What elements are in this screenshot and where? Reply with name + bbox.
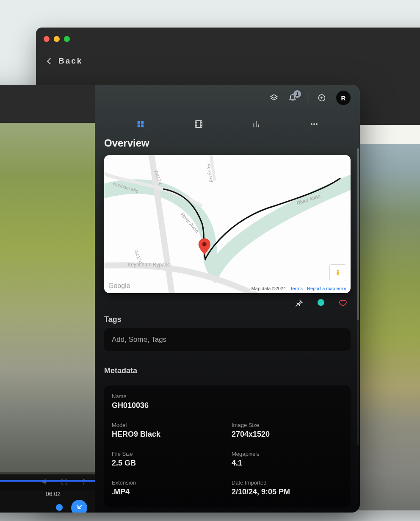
back-toolbar: Back xyxy=(36,44,420,78)
meta-model-value: HERO9 Black xyxy=(112,430,223,439)
add-icon[interactable] xyxy=(318,94,326,102)
more-icon xyxy=(309,119,319,129)
avatar[interactable]: R xyxy=(336,91,351,105)
meta-model-label: Model xyxy=(112,422,223,428)
tab-stats[interactable] xyxy=(250,118,262,130)
inspector-panel: 1 R Overview xyxy=(95,85,360,513)
map-data-label: Map data ©2024 xyxy=(251,286,286,291)
notification-badge: 1 xyxy=(293,90,301,98)
film-icon xyxy=(193,119,204,129)
map-attribution: Map data ©2024 Terms Report a map error xyxy=(250,285,348,291)
meta-image-size-value: 2704x1520 xyxy=(232,430,343,439)
divider xyxy=(307,93,307,103)
meta-name-value: GH010036 xyxy=(112,401,343,410)
svg-point-7 xyxy=(316,123,318,125)
svg-rect-10 xyxy=(337,272,339,275)
map-report-link[interactable]: Report a map error xyxy=(307,286,346,291)
panel-scrollbar[interactable] xyxy=(357,148,359,445)
meta-file-size-value: 2.5 GB xyxy=(112,459,223,468)
tab-more[interactable] xyxy=(308,118,321,130)
bars-icon xyxy=(251,119,261,129)
window-close-button[interactable] xyxy=(44,36,50,42)
window-maximize-button[interactable] xyxy=(64,36,70,42)
cut-button[interactable] xyxy=(71,500,87,513)
notifications-icon[interactable]: 1 xyxy=(288,94,297,102)
meta-image-size: Image Size 2704x1520 xyxy=(232,422,343,439)
chevron-left-icon xyxy=(48,56,52,66)
pin-icon[interactable] xyxy=(295,299,303,308)
window-traffic-lights xyxy=(44,36,70,42)
layers-icon[interactable] xyxy=(270,94,278,102)
video-frame[interactable] xyxy=(0,123,95,474)
metadata-heading: Metadata xyxy=(95,362,360,380)
meta-extension-value: .MP4 xyxy=(112,488,223,496)
svg-point-6 xyxy=(313,123,315,125)
tags-heading: Tags xyxy=(95,311,360,328)
meta-extension: Extension .MP4 xyxy=(112,479,223,496)
meta-file-size: File Size 2.5 GB xyxy=(112,451,223,468)
map-preview[interactable]: A4174 A4174 Hanham Mls Ferry Rd Keynsham… xyxy=(104,155,351,293)
timeline-time: 06:02 xyxy=(46,491,61,497)
meta-megapixels-value: 4.1 xyxy=(232,459,343,468)
meta-date-imported-value: 2/10/24, 9:05 PM xyxy=(232,488,343,496)
meta-name-label: Name xyxy=(112,393,343,399)
map-road-label: Keynsham Bypass xyxy=(127,262,170,268)
meta-megapixels: Megapixels 4.1 xyxy=(232,451,343,468)
avatar-initial: R xyxy=(341,94,346,102)
panel-top-actions: 1 R xyxy=(95,85,360,111)
heart-icon[interactable] xyxy=(339,299,347,308)
meta-extension-label: Extension xyxy=(112,479,223,486)
window-minimize-button[interactable] xyxy=(54,36,60,42)
grid-icon xyxy=(136,119,145,129)
back-button[interactable]: Back xyxy=(48,56,83,66)
quick-actions xyxy=(95,293,360,311)
tab-clip[interactable] xyxy=(192,118,205,130)
meta-file-size-label: File Size xyxy=(112,451,223,457)
back-label: Back xyxy=(58,56,83,66)
timeline-marker[interactable] xyxy=(56,504,63,511)
meta-megapixels-label: Megapixels xyxy=(232,451,343,457)
pegman-button[interactable] xyxy=(329,264,346,281)
inspector-window: 06:02 1 R xyxy=(0,85,360,513)
svg-point-9 xyxy=(337,270,339,272)
svg-point-8 xyxy=(202,242,207,247)
svg-point-5 xyxy=(311,123,312,125)
map-canvas: A4174 A4174 Hanham Mls Ferry Rd Keynsham… xyxy=(104,155,351,293)
meta-image-size-label: Image Size xyxy=(232,422,343,428)
meta-date-imported-label: Date Imported xyxy=(232,479,343,486)
meta-name: Name GH010036 xyxy=(112,393,343,418)
overview-title: Overview xyxy=(95,137,360,155)
timeline-progress[interactable] xyxy=(0,480,95,482)
video-timeline[interactable]: 06:02 xyxy=(0,479,95,513)
tags-input-wrapper[interactable] xyxy=(104,328,351,351)
video-title-area xyxy=(0,85,95,123)
map-logo: Google xyxy=(108,282,130,290)
tab-overview[interactable] xyxy=(134,118,147,130)
color-tag-dot[interactable] xyxy=(318,299,324,306)
meta-date-imported: Date Imported 2/10/24, 9:05 PM xyxy=(232,479,343,496)
meta-model: Model HERO9 Black xyxy=(112,422,223,439)
map-terms-link[interactable]: Terms xyxy=(290,286,303,291)
panel-tabs xyxy=(95,111,360,137)
tags-input[interactable] xyxy=(112,335,343,344)
svg-rect-4 xyxy=(195,121,202,127)
metadata-card: Name GH010036 Model HERO9 Black Image Si… xyxy=(104,385,351,507)
